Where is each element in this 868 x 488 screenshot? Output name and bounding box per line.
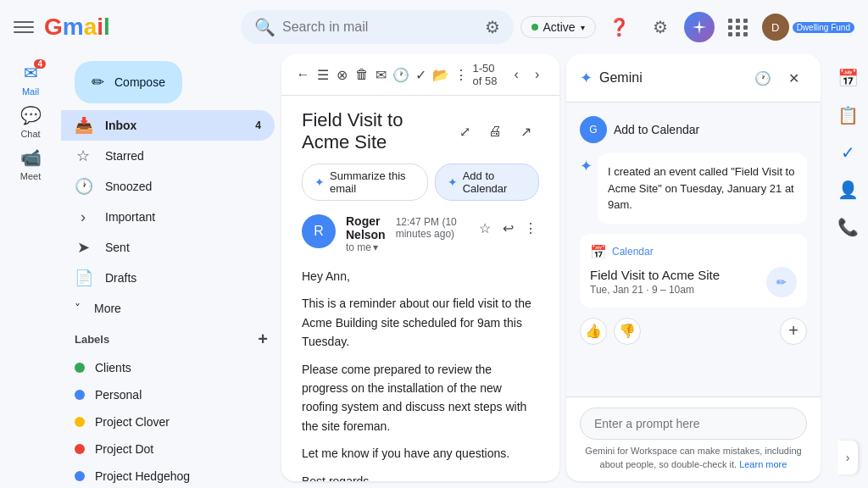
important-label: Important xyxy=(105,210,155,224)
sent-icon: ➤ xyxy=(75,238,92,257)
calendar-label: Calendar xyxy=(612,246,654,258)
main-body: ✉ 4 Mail 💬 Chat 📹 Meet ✏ Compose 📥 Inbox xyxy=(0,54,868,488)
left-icon-bar: ✉ 4 Mail 💬 Chat 📹 Meet xyxy=(0,54,61,488)
gemini-close-icon[interactable]: ✕ xyxy=(780,64,807,92)
snoozed-nav-item[interactable]: 🕐 Snoozed xyxy=(61,171,275,202)
meet-nav-item[interactable]: 📹 Meet xyxy=(14,146,47,181)
topnav-left: Gmail xyxy=(14,14,234,41)
mail-nav-item[interactable]: ✉ 4 Mail xyxy=(14,61,47,97)
inbox-icon: 📥 xyxy=(75,116,92,135)
inbox-nav-item[interactable]: 📥 Inbox 4 xyxy=(61,110,275,141)
email-subject-text: Field Visit to Acme Site xyxy=(302,109,444,153)
gemini-footer: Gemini for Workspace can make mistakes, … xyxy=(566,396,821,481)
sender-to: to me ▾ xyxy=(346,241,386,253)
thumbs-row: 👍 👎 xyxy=(580,318,641,345)
label-personal[interactable]: Personal xyxy=(61,381,275,408)
tasks-sidebar-btn[interactable]: 📋 xyxy=(831,98,865,132)
drafts-icon: 📄 xyxy=(75,269,92,287)
mark-unread-button[interactable]: ✉ xyxy=(373,61,389,88)
sender-avatar: R xyxy=(302,214,336,248)
gemini-history-icon[interactable]: 🕐 xyxy=(749,64,776,92)
sender-info: Roger Nelson to me ▾ xyxy=(346,214,386,253)
move-to-button[interactable]: 📂 xyxy=(432,61,449,88)
project-dot-dot xyxy=(75,444,85,454)
expand-icon[interactable]: ⤢ xyxy=(451,118,478,145)
phone-sidebar-btn[interactable]: 📞 xyxy=(831,210,865,244)
next-email-button[interactable]: › xyxy=(529,61,546,88)
gemini-star-icon: ✦ xyxy=(580,69,593,87)
inbox-badge: 4 xyxy=(255,119,261,131)
more-email-icon[interactable]: ⋮ xyxy=(523,214,539,241)
nav-right: Active ▾ ❓ ⚙ D Dwelling Fund xyxy=(520,10,855,44)
account-avatar-area[interactable]: D Dwelling Fund xyxy=(762,14,854,41)
label-clients[interactable]: Clients xyxy=(61,354,275,381)
delete-button[interactable]: 🗑 xyxy=(353,61,370,88)
email-greeting: Hey Ann, xyxy=(302,267,539,286)
calendar-sidebar-btn[interactable]: 📅 xyxy=(831,61,865,95)
add-calendar-chip[interactable]: ✦ Add to Calendar xyxy=(435,164,539,201)
snooze-button[interactable]: 🕐 xyxy=(392,61,409,88)
settings-icon[interactable]: ⚙ xyxy=(643,10,677,44)
hamburger-menu[interactable] xyxy=(14,17,34,37)
apps-icon[interactable] xyxy=(721,10,755,44)
prev-email-button[interactable]: ‹ xyxy=(508,61,525,88)
label-project-dot[interactable]: Project Dot xyxy=(61,435,275,463)
chevron-small-icon[interactable]: ▾ xyxy=(373,241,378,253)
snoozed-label: Snoozed xyxy=(105,180,152,193)
search-input[interactable] xyxy=(282,19,478,35)
sender-name: Roger Nelson xyxy=(346,214,386,241)
print-icon[interactable]: 🖨 xyxy=(481,118,509,145)
important-nav-item[interactable]: › Important xyxy=(61,202,275,232)
add-task-button[interactable]: ✓ xyxy=(413,61,429,88)
reply-quick-icon[interactable]: ↩ xyxy=(499,214,515,241)
label-project-clover[interactable]: Project Clover xyxy=(61,408,275,435)
back-button[interactable]: ← xyxy=(295,61,311,88)
starred-nav-item[interactable]: ☆ Starred xyxy=(61,141,275,171)
topnav: Gmail 🔍 ⚙ Active ▾ ❓ ⚙ D xyxy=(0,0,868,54)
chat-icon: 💬 xyxy=(20,105,42,125)
email-content: Field Visit to Acme Site ⤢ 🖨 ↗ ✦ Summari… xyxy=(281,96,559,481)
more-nav-item[interactable]: ˅ More xyxy=(61,293,281,324)
search-bar[interactable]: 🔍 ⚙ xyxy=(241,10,514,44)
edit-event-button[interactable]: ✏ xyxy=(766,267,797,297)
archive-button[interactable]: ☰ xyxy=(314,61,331,88)
add-calendar-chip-label: Add to Calendar xyxy=(463,169,526,195)
email-subject-line: Field Visit to Acme Site ⤢ 🖨 ↗ xyxy=(302,109,539,153)
help-icon[interactable]: ❓ xyxy=(603,10,637,44)
search-icon: 🔍 xyxy=(254,17,275,37)
clients-dot xyxy=(75,363,85,373)
open-in-new-icon[interactable]: ↗ xyxy=(512,118,539,145)
expand-sidebar-btn[interactable]: › xyxy=(837,441,858,481)
project-clover-label: Project Clover xyxy=(95,415,170,429)
project-hedgehog-dot xyxy=(75,471,85,481)
learn-more-link[interactable]: Learn more xyxy=(739,459,787,469)
chat-nav-item[interactable]: 💬 Chat xyxy=(14,103,47,139)
compose-icon: ✏ xyxy=(92,73,104,92)
sidebar: ✏ Compose 📥 Inbox 4 ☆ Starred 🕐 Snoozed … xyxy=(61,54,281,488)
gemini-button[interactable] xyxy=(684,12,715,42)
summarize-chip[interactable]: ✦ Summarize this email xyxy=(302,164,428,201)
gemini-message-text: I created an event called "Field Visit t… xyxy=(608,165,794,211)
gemini-header: ✦ Gemini 🕐 ✕ xyxy=(566,54,821,103)
more-actions-button[interactable]: ⋮ xyxy=(453,61,469,88)
star-icon[interactable]: ☆ xyxy=(476,214,492,241)
add-label-icon[interactable]: + xyxy=(258,330,268,349)
drafts-nav-item[interactable]: 📄 Drafts xyxy=(61,263,275,293)
prompt-input[interactable] xyxy=(580,408,807,440)
thumbs-down-button[interactable]: 👎 xyxy=(614,318,641,345)
label-project-hedgehog[interactable]: Project Hedgehog xyxy=(61,463,275,488)
contacts-sidebar-btn[interactable]: 👤 xyxy=(831,173,865,207)
thumbs-up-button[interactable]: 👍 xyxy=(580,318,607,345)
clients-label: Clients xyxy=(95,361,131,374)
search-filter-icon[interactable]: ⚙ xyxy=(485,17,500,37)
add-button[interactable]: + xyxy=(780,318,807,345)
report-spam-button[interactable]: ⊗ xyxy=(334,61,350,88)
gemini-disclaimer: Gemini for Workspace can make mistakes, … xyxy=(580,445,807,471)
sent-nav-item[interactable]: ➤ Sent xyxy=(61,232,275,263)
project-clover-dot xyxy=(75,417,85,427)
compose-button[interactable]: ✏ Compose xyxy=(75,61,182,103)
calendar-icon: 📅 xyxy=(590,244,607,260)
status-pill[interactable]: Active ▾ xyxy=(520,16,596,38)
gemini-title: Gemini xyxy=(599,70,743,86)
keep-sidebar-btn[interactable]: ✓ xyxy=(831,136,865,169)
